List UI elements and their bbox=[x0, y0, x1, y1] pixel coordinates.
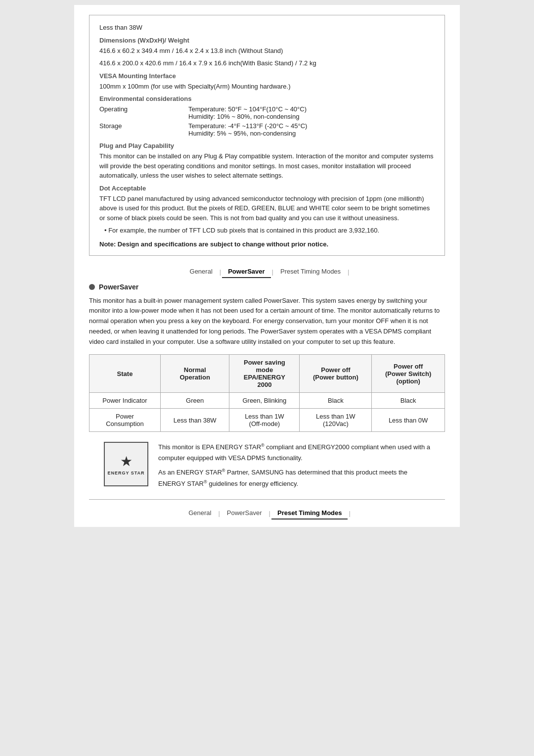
nav-divider: | bbox=[348, 268, 349, 276]
col-off-button: Power off(Power button) bbox=[300, 355, 372, 393]
nav-divider: | bbox=[218, 510, 220, 517]
page: Less than 38W Dimensions (WxDxH)/ Weight… bbox=[74, 5, 460, 527]
vesa-text: 100mm x 100mm (for use with Specialty(Ar… bbox=[99, 82, 435, 92]
env-label: Environmental considerations bbox=[99, 95, 435, 102]
col-off-switch: Power off(Power Switch)(option) bbox=[372, 355, 445, 393]
plug-text: This monitor can be installed on any Plu… bbox=[99, 151, 435, 181]
dot-text: TFT LCD panel manufactured by using adva… bbox=[99, 194, 435, 223]
energy-text1: This monitor is EPA ENERGY STAR® complia… bbox=[158, 442, 430, 463]
dimensions-line1: 416.6 x 60.2 x 349.4 mm / 16.4 x 2.4 x 1… bbox=[99, 46, 435, 56]
energy-text-block: This monitor is EPA ENERGY STAR® complia… bbox=[158, 442, 430, 489]
tab-preset-bottom[interactable]: Preset Timing Modes bbox=[271, 507, 348, 520]
table-row: Power Indicator Green Green, Blinking Bl… bbox=[89, 393, 445, 409]
storage-label: Storage bbox=[99, 121, 188, 138]
row-off-switch-consumption: Less than 0W bbox=[372, 409, 445, 432]
col-saving: Power savingmodeEPA/ENERGY2000 bbox=[229, 355, 300, 393]
row-state-consumption: PowerConsumption bbox=[89, 409, 161, 432]
ps-header: PowerSaver bbox=[89, 283, 445, 291]
ps-dot-icon bbox=[89, 284, 95, 290]
nav-divider: | bbox=[349, 510, 350, 517]
tab-preset-top[interactable]: Preset Timing Modes bbox=[274, 266, 347, 278]
nav-divider: | bbox=[220, 268, 221, 276]
row-normal-indicator: Green bbox=[161, 393, 229, 409]
energy-star-logo: ★ ENERGY STAR bbox=[104, 442, 148, 486]
tab-general-bottom[interactable]: General bbox=[182, 507, 217, 520]
specs-box: Less than 38W Dimensions (WxDxH)/ Weight… bbox=[89, 15, 445, 256]
nav-divider: | bbox=[272, 268, 273, 276]
energy-star-symbol: ★ bbox=[120, 453, 133, 470]
nav-divider: | bbox=[269, 510, 270, 517]
row-off-button-indicator: Black bbox=[300, 393, 372, 409]
row-saving-consumption: Less than 1W(Off-mode) bbox=[229, 409, 300, 432]
power-table: State NormalOperation Power savingmodeEP… bbox=[89, 354, 445, 432]
powersaver-section: PowerSaver This monitor has a built-in p… bbox=[89, 283, 445, 489]
dot-bullet: • For example, the number of TFT LCD sub… bbox=[104, 226, 435, 236]
tab-powersaver-top[interactable]: PowerSaver bbox=[222, 266, 270, 278]
row-normal-consumption: Less than 38W bbox=[161, 409, 229, 432]
dimensions-line2: 416.6 x 200.0 x 420.6 mm / 16.4 x 7.9 x … bbox=[99, 58, 435, 68]
top-nav: General | PowerSaver | Preset Timing Mod… bbox=[74, 266, 460, 278]
storage-values: Temperature: -4°F ~113°F (-20°C ~ 45°C) … bbox=[188, 121, 435, 138]
tab-powersaver-bottom[interactable]: PowerSaver bbox=[221, 507, 268, 520]
ps-body: This monitor has a built-in power manage… bbox=[89, 296, 445, 347]
col-normal: NormalOperation bbox=[161, 355, 229, 393]
env-table: Operating Temperature: 50°F ~ 104°F(10°C… bbox=[99, 104, 435, 138]
ps-title: PowerSaver bbox=[99, 283, 138, 291]
energy-section: ★ ENERGY STAR This monitor is EPA ENERGY… bbox=[104, 442, 430, 489]
vesa-label: VESA Mounting Interface bbox=[99, 72, 435, 80]
col-state: State bbox=[89, 355, 161, 393]
operating-values: Temperature: 50°F ~ 104°F(10°C ~ 40°C) H… bbox=[188, 104, 435, 121]
energy-text2: As an ENERGY STAR® Partner, SAMSUNG has … bbox=[158, 467, 430, 489]
operating-label: Operating bbox=[99, 104, 188, 121]
energy-logo-inner: ★ ENERGY STAR bbox=[107, 453, 144, 475]
row-saving-indicator: Green, Blinking bbox=[229, 393, 300, 409]
nav-line-bottom bbox=[89, 499, 445, 500]
row-off-button-consumption: Less than 1W(120Vac) bbox=[300, 409, 372, 432]
table-row: Storage Temperature: -4°F ~113°F (-20°C … bbox=[99, 121, 435, 138]
table-row: PowerConsumption Less than 38W Less than… bbox=[89, 409, 445, 432]
energy-star-text: ENERGY STAR bbox=[107, 471, 144, 475]
bottom-nav: General | PowerSaver | Preset Timing Mod… bbox=[74, 507, 460, 520]
dimensions-label: Dimensions (WxDxH)/ Weight bbox=[99, 37, 435, 44]
table-header-row: State NormalOperation Power savingmodeEP… bbox=[89, 355, 445, 393]
row-state-indicator: Power Indicator bbox=[89, 393, 161, 409]
plug-label: Plug and Play Capability bbox=[99, 142, 435, 149]
dot-label: Dot Acceptable bbox=[99, 185, 435, 192]
table-row: Operating Temperature: 50°F ~ 104°F(10°C… bbox=[99, 104, 435, 121]
note: Note: Design and specifications are subj… bbox=[99, 240, 435, 248]
power-spec: Less than 38W bbox=[99, 23, 435, 33]
tab-general-top[interactable]: General bbox=[184, 266, 219, 278]
row-off-switch-indicator: Black bbox=[372, 393, 445, 409]
